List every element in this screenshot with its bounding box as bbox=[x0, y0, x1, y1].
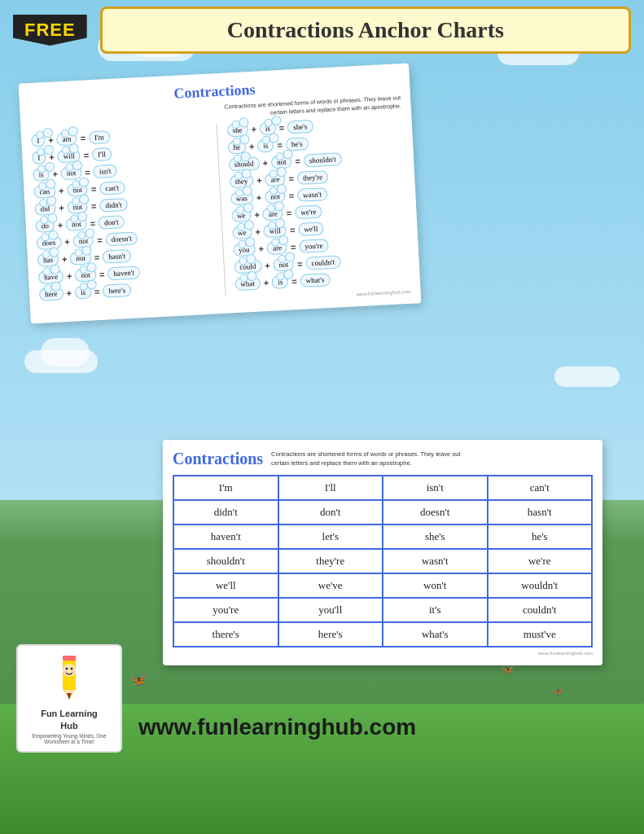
ws1-right-column: she + is = she's he + is = he's should +… bbox=[226, 115, 410, 295]
table-row: shouldn'tthey'rewasn'twe're bbox=[173, 549, 592, 573]
table-row: didn'tdon'tdoesn'thasn't bbox=[173, 500, 592, 525]
equals-sign: = bbox=[80, 133, 85, 143]
ws2-header: Contractions Contractions are shortened … bbox=[173, 450, 593, 468]
table-cell: won't bbox=[383, 573, 488, 598]
butterfly-1: 🦋 bbox=[130, 672, 147, 687]
table-row: haven'tlet'sshe'she's bbox=[173, 525, 592, 549]
plus-icon: + bbox=[67, 270, 72, 280]
cloud-word: not bbox=[66, 217, 87, 230]
table-row: I'mI'llisn'tcan't bbox=[173, 476, 592, 500]
website-url: www.funlearninghub.com bbox=[138, 714, 416, 740]
plus-icon: + bbox=[256, 175, 262, 185]
table-cell: doesn't bbox=[383, 500, 488, 525]
table-cell: I'll bbox=[278, 476, 383, 500]
table-cell: shouldn't bbox=[173, 549, 278, 573]
top-banner: FREE Contractions Anchor Charts bbox=[0, 0, 644, 60]
svg-point-6 bbox=[71, 668, 73, 670]
sky-cloud-5 bbox=[41, 338, 90, 367]
plus-icon: + bbox=[255, 226, 261, 236]
sky-cloud-6 bbox=[554, 367, 620, 387]
result-cloud: didn't bbox=[99, 198, 128, 213]
table-cell: isn't bbox=[383, 476, 488, 500]
result-cloud: haven't bbox=[107, 266, 140, 280]
equals-sign: = bbox=[290, 225, 296, 235]
cloud-word: here bbox=[39, 287, 64, 301]
result-cloud: hasn't bbox=[103, 248, 131, 263]
equals-sign: = bbox=[91, 184, 97, 194]
table-cell: we've bbox=[278, 573, 383, 598]
table-cell: I'm bbox=[173, 476, 278, 500]
plus-icon: + bbox=[249, 141, 255, 151]
svg-point-8 bbox=[72, 670, 75, 674]
cloud-word: not bbox=[265, 189, 286, 203]
table-row: there'shere'swhat'smust've bbox=[173, 622, 592, 647]
table-cell: you'll bbox=[278, 598, 383, 622]
cloud-word: are bbox=[267, 240, 288, 254]
result-cloud: what's bbox=[300, 273, 330, 288]
worksheet-clouds: Contractions Contractions are shortened … bbox=[19, 64, 422, 323]
svg-point-7 bbox=[64, 670, 67, 674]
result-cloud: she's bbox=[287, 120, 313, 134]
result-cloud: wasn't bbox=[297, 187, 327, 202]
plus-icon: + bbox=[59, 186, 64, 195]
equals-sign: = bbox=[99, 269, 105, 279]
butterfly-3: 🦋 bbox=[553, 687, 563, 696]
cloud-word: I bbox=[31, 134, 46, 147]
result-cloud: couldn't bbox=[305, 255, 340, 270]
worksheet-grid: Contractions Contractions are shortened … bbox=[163, 440, 602, 665]
table-cell: must've bbox=[488, 622, 593, 647]
table-cell: don't bbox=[278, 500, 383, 525]
ws2-footer: www.funlearninghub.com bbox=[173, 651, 593, 656]
table-cell: you're bbox=[173, 598, 278, 622]
logo-tagline: Empowering Young Minds, One Worksheet at… bbox=[24, 733, 114, 744]
result-cloud: you're bbox=[299, 239, 329, 253]
logo-name: Fun LearningHub bbox=[24, 708, 114, 731]
table-cell: couldn't bbox=[488, 598, 593, 622]
equals-sign: = bbox=[291, 242, 296, 252]
cloud-word: is bbox=[257, 138, 274, 152]
title-box: Contractions Anchor Charts bbox=[100, 7, 631, 54]
table-cell: haven't bbox=[173, 525, 278, 549]
table-cell: here's bbox=[278, 622, 383, 647]
table-cell: we're bbox=[488, 549, 593, 573]
equals-sign: = bbox=[295, 156, 300, 165]
logo-box: Fun LearningHub Empowering Young Minds, … bbox=[16, 644, 122, 753]
pencil-logo-icon bbox=[53, 652, 85, 701]
butterfly-2: 🦋 bbox=[502, 664, 514, 675]
table-cell: can't bbox=[488, 476, 593, 500]
result-cloud: we're bbox=[295, 204, 322, 219]
result-cloud: we'll bbox=[298, 222, 324, 236]
equals-sign: = bbox=[94, 252, 100, 261]
table-cell: hasn't bbox=[488, 500, 593, 525]
table-cell: wasn't bbox=[383, 549, 488, 573]
table-cell: it's bbox=[383, 598, 488, 622]
plus-icon: + bbox=[265, 260, 270, 270]
result-cloud: here's bbox=[103, 283, 131, 297]
plus-icon: + bbox=[263, 278, 269, 288]
result-cloud: don't bbox=[99, 215, 125, 230]
cloud-word: have bbox=[38, 270, 64, 284]
cloud-word: is bbox=[75, 285, 92, 299]
ws1-left-column: I + am = I'm I + will = I'll is + not = … bbox=[31, 125, 215, 305]
result-cloud: I'll bbox=[92, 147, 112, 161]
equals-sign: = bbox=[97, 235, 103, 244]
result-cloud: I'm bbox=[89, 130, 110, 144]
table-cell: let's bbox=[278, 525, 383, 549]
cloud-word: could bbox=[234, 259, 262, 274]
table-cell: they're bbox=[278, 549, 383, 573]
free-badge: FREE bbox=[13, 15, 87, 46]
svg-rect-3 bbox=[63, 656, 76, 661]
equals-sign: = bbox=[291, 276, 297, 286]
plus-icon: + bbox=[258, 244, 264, 253]
table-cell: she's bbox=[383, 525, 488, 549]
cloud-word: what bbox=[234, 276, 261, 291]
plus-icon: + bbox=[256, 192, 262, 202]
page-title: Contractions Anchor Charts bbox=[227, 17, 504, 42]
equals-sign: = bbox=[90, 218, 95, 228]
result-cloud: can't bbox=[99, 181, 125, 195]
equals-sign: = bbox=[277, 139, 283, 149]
ws2-title: Contractions bbox=[173, 450, 263, 468]
ws1-content: I + am = I'm I + will = I'll is + not = … bbox=[31, 115, 410, 305]
equals-sign: = bbox=[83, 150, 89, 160]
cloud-word: is bbox=[272, 274, 289, 288]
